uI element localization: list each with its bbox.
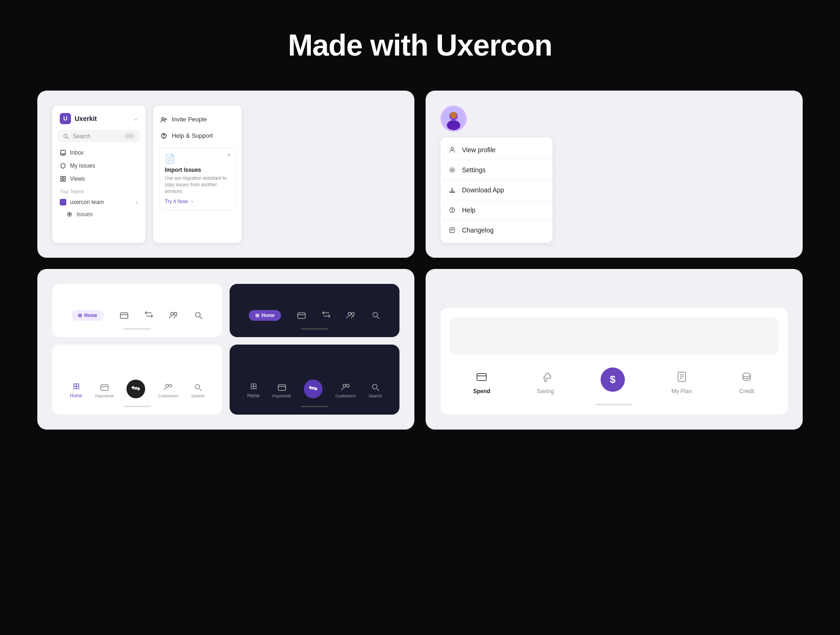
nav-item-payments-darkfab[interactable]: Payments xyxy=(273,382,291,398)
nav-item-payments-dark[interactable] xyxy=(297,310,306,320)
nav-item-search-darkfab[interactable]: Search xyxy=(369,382,382,398)
chevron-icon[interactable]: ⌄ xyxy=(133,115,138,122)
mobile-nav-light-pill: ⊞ Home xyxy=(52,284,222,337)
svg-line-41 xyxy=(199,389,202,391)
card-spend: Spend Saving $ xyxy=(426,269,803,430)
spend-fab-icon: $ xyxy=(601,367,625,392)
nav-item-home-darkfab[interactable]: ⊞ Home xyxy=(247,381,260,398)
nav-indicator-light-fab xyxy=(123,406,151,407)
fab-button-light[interactable] xyxy=(126,380,145,398)
sidebar-team-uxercon[interactable]: uxercon team ∧ xyxy=(52,196,146,208)
svg-point-9 xyxy=(162,117,164,120)
import-card: ✕ 📄 Import Issues Use our migration assi… xyxy=(159,148,236,210)
svg-point-0 xyxy=(64,134,67,137)
nav-bar-dark-fab: ⊞ Home Payments Customers xyxy=(237,374,392,402)
shield-icon xyxy=(60,162,66,169)
sidebar-label-issues: Issues xyxy=(77,211,93,218)
home-label-dark: Home xyxy=(262,313,275,318)
svg-point-22 xyxy=(452,212,453,212)
nav-item-payments-light[interactable]: Payments xyxy=(95,382,114,398)
svg-rect-4 xyxy=(63,176,65,178)
nav-indicator-dark xyxy=(301,328,329,330)
search-label: Search xyxy=(73,133,91,140)
help-circle-icon xyxy=(448,206,456,214)
spend-tab-spend[interactable]: Spend xyxy=(473,368,490,395)
svg-rect-23 xyxy=(450,228,455,233)
sidebar-search[interactable]: Search ⌘K xyxy=(58,130,140,142)
sidebar-section-teams: Your Teams xyxy=(52,185,146,196)
spend-chart-placeholder xyxy=(450,317,778,354)
profile-menu-item-help[interactable]: Help xyxy=(441,200,553,220)
sidebar-header: U Uxerkit ⌄ xyxy=(52,113,146,130)
home-label: Home xyxy=(84,313,98,318)
sidebar-item-myissues[interactable]: My Issues xyxy=(52,159,146,172)
nav-fab-light[interactable] xyxy=(126,380,145,398)
spend-tab-saving[interactable]: Saving xyxy=(537,368,554,395)
nav-item-customers-darkfab[interactable]: Customers xyxy=(336,382,356,398)
nav-item-search-dark[interactable] xyxy=(371,310,380,320)
main-grid: U Uxerkit ⌄ Search ⌘K Inbox My Issues V xyxy=(37,91,803,430)
avatar xyxy=(441,106,467,132)
svg-line-29 xyxy=(200,317,203,319)
svg-line-47 xyxy=(377,389,379,391)
page-title: Made with Uxercon xyxy=(288,28,552,63)
nav-bar-dark-top: ⊞ Home xyxy=(237,304,392,325)
mobile-nav-dark-fab: ⊞ Home Payments Customers xyxy=(230,345,399,415)
settings-icon xyxy=(448,166,456,174)
nav-item-customers[interactable] xyxy=(169,310,178,320)
avatar-image xyxy=(442,106,465,132)
svg-point-13 xyxy=(164,137,164,138)
nav-item-search-light[interactable]: Search xyxy=(191,382,205,398)
nav-fab-dark[interactable] xyxy=(304,380,322,398)
profile-menu-item-changelog[interactable]: Changelog xyxy=(441,220,553,240)
nav-item-payments[interactable] xyxy=(119,310,129,320)
sidebar-subitem-issues[interactable]: Issues xyxy=(52,208,146,220)
nav-item-transfer-dark[interactable] xyxy=(322,310,331,320)
changelog-icon xyxy=(448,226,456,234)
myplan-icon xyxy=(673,368,690,385)
sidebar-item-inbox[interactable]: Inbox xyxy=(52,146,146,159)
nav-item-home-dark-active[interactable]: ⊞ Home xyxy=(249,310,281,321)
saving-icon xyxy=(537,368,554,385)
svg-point-34 xyxy=(373,312,378,317)
help-icon xyxy=(161,133,167,139)
dropdown-item-invite[interactable]: Invite People xyxy=(153,111,242,127)
svg-point-8 xyxy=(69,213,70,215)
nav-item-customers-dark[interactable] xyxy=(346,310,356,320)
fab-button-dark[interactable] xyxy=(304,380,322,398)
card-profile: View profile Settings Download App xyxy=(426,91,803,258)
svg-point-38 xyxy=(166,384,168,387)
spend-tabs: Spend Saving $ xyxy=(450,364,778,398)
profile-menu-item-viewprofile[interactable]: View profile xyxy=(441,140,553,160)
sidebar-item-views[interactable]: Views xyxy=(52,172,146,185)
inbox-icon xyxy=(60,149,66,156)
nav-item-home-light[interactable]: ⊞ Home xyxy=(70,381,83,398)
import-cta-link[interactable]: Try it Now → xyxy=(165,198,230,204)
nav-item-search[interactable] xyxy=(194,310,203,320)
svg-rect-42 xyxy=(278,385,286,390)
nav-item-transfer[interactable] xyxy=(144,310,154,320)
spend-tab-credit[interactable]: Credit xyxy=(738,368,755,395)
nav-item-home-active[interactable]: ⊞ Home xyxy=(71,310,104,321)
profile-menu-item-settings[interactable]: Settings xyxy=(441,160,553,180)
spend-tab-fab[interactable]: $ xyxy=(601,367,625,395)
search-icon xyxy=(63,133,69,140)
dropdown-label-helpsupport: Help & Support xyxy=(172,132,213,139)
logo-icon: U xyxy=(60,113,71,124)
dropdown-item-help[interactable]: Help & Support xyxy=(153,127,242,144)
nav-indicator-light xyxy=(123,328,151,330)
home-icon: ⊞ xyxy=(78,313,82,318)
download-icon xyxy=(448,186,456,194)
profile-menu-item-downloadapp[interactable]: Download App xyxy=(441,180,553,200)
import-close-button[interactable]: ✕ xyxy=(226,152,231,158)
dropdown-panel: Invite People Help & Support ✕ 📄 Import … xyxy=(153,106,242,243)
spend-panel: Spend Saving $ xyxy=(441,308,788,415)
spend-tab-myplan[interactable]: My Plan xyxy=(672,368,692,395)
card-mobile-nav: ⊞ Home xyxy=(37,269,414,430)
issues-icon xyxy=(66,211,73,218)
svg-rect-6 xyxy=(63,179,65,181)
nav-item-customers-light[interactable]: Customers xyxy=(158,382,179,398)
svg-rect-48 xyxy=(477,374,486,381)
menu-label-help: Help xyxy=(462,206,476,214)
mobile-nav-light-fab: ⊞ Home Payments Customers xyxy=(52,345,222,415)
